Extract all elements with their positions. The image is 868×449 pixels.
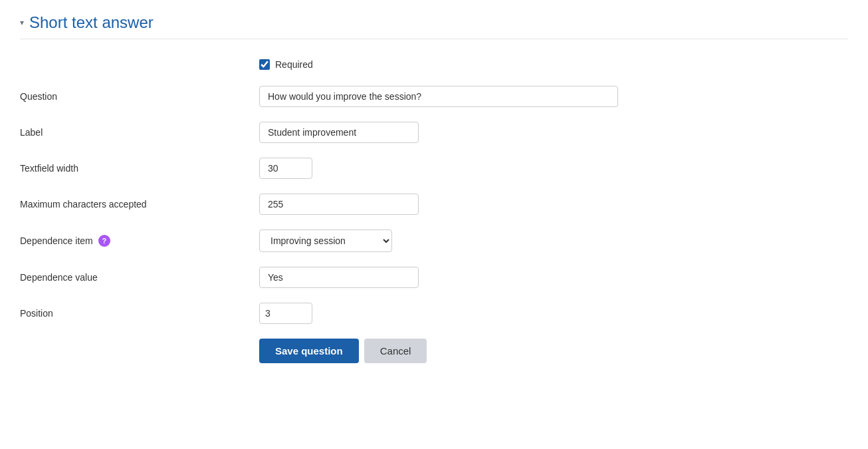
textfield-width-label: Textfield width — [20, 158, 259, 174]
question-control — [259, 86, 618, 107]
form-container: Required Question Label Textfield width … — [20, 59, 618, 363]
page-title: Short text answer — [29, 13, 154, 32]
dependence-value-input[interactable] — [259, 267, 419, 288]
dependence-item-control: Improving session — [259, 229, 618, 252]
page-header: ▾ Short text answer — [20, 13, 848, 39]
save-button[interactable]: Save question — [259, 339, 359, 363]
question-label: Question — [20, 86, 259, 102]
label-control — [259, 122, 618, 143]
max-chars-control — [259, 194, 618, 215]
required-row: Required — [259, 59, 618, 70]
question-row: Question — [20, 86, 618, 107]
label-label: Label — [20, 122, 259, 138]
buttons-row: Save question Cancel — [259, 339, 618, 363]
position-row: Position — [20, 303, 618, 324]
chevron-down-icon: ▾ — [20, 18, 24, 27]
required-checkbox[interactable] — [259, 59, 270, 70]
help-icon[interactable]: ? — [98, 235, 110, 247]
label-input[interactable] — [259, 122, 419, 143]
dependence-value-row: Dependence value — [20, 267, 618, 288]
dependence-item-select[interactable]: Improving session — [259, 229, 392, 252]
dependence-value-label: Dependence value — [20, 267, 259, 283]
dependence-item-label: Dependence item ? — [20, 229, 259, 247]
position-input[interactable] — [259, 303, 312, 324]
required-label: Required — [275, 59, 313, 70]
position-control — [259, 303, 618, 324]
cancel-button[interactable]: Cancel — [364, 339, 427, 363]
max-chars-label: Maximum characters accepted — [20, 194, 259, 210]
question-input[interactable] — [259, 86, 618, 107]
textfield-width-row: Textfield width — [20, 158, 618, 179]
textfield-width-control — [259, 158, 618, 179]
dependence-item-row: Dependence item ? Improving session — [20, 229, 618, 252]
max-chars-input[interactable] — [259, 194, 419, 215]
max-chars-row: Maximum characters accepted — [20, 194, 618, 215]
dependence-value-control — [259, 267, 618, 288]
position-label: Position — [20, 303, 259, 319]
label-row: Label — [20, 122, 618, 143]
textfield-width-input[interactable] — [259, 158, 312, 179]
